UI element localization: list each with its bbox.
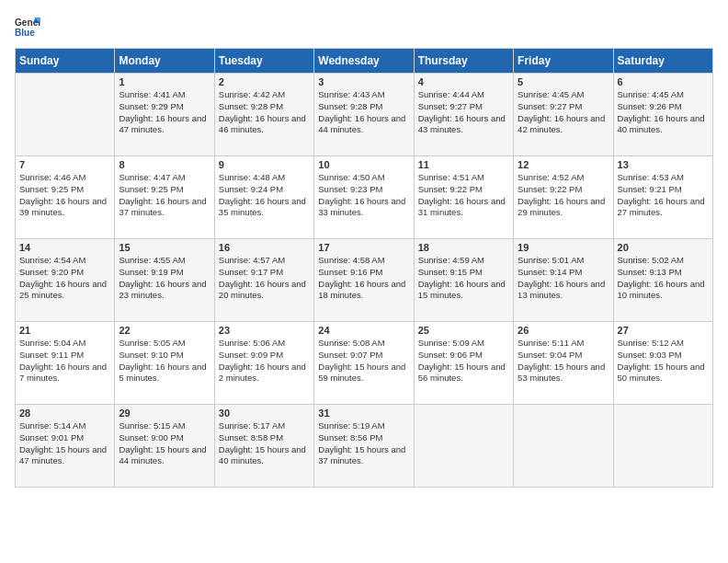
day-info: Sunrise: 4:41 AMSunset: 9:29 PMDaylight:… (119, 89, 210, 136)
day-cell: 3Sunrise: 4:43 AMSunset: 9:28 PMDaylight… (314, 74, 414, 156)
day-number: 10 (318, 159, 409, 170)
day-info: Sunrise: 5:02 AMSunset: 9:13 PMDaylight:… (618, 255, 709, 302)
day-number: 13 (618, 159, 709, 170)
day-number: 19 (518, 242, 609, 253)
day-number: 17 (318, 242, 409, 253)
day-number: 25 (418, 325, 509, 336)
day-number: 2 (219, 76, 310, 87)
day-cell: 13Sunrise: 4:53 AMSunset: 9:21 PMDayligh… (613, 156, 712, 239)
day-cell: 14Sunrise: 4:54 AMSunset: 9:20 PMDayligh… (16, 239, 115, 322)
calendar-table: SundayMondayTuesdayWednesdayThursdayFrid… (15, 48, 713, 488)
day-cell: 18Sunrise: 4:59 AMSunset: 9:15 PMDayligh… (414, 239, 513, 322)
day-info: Sunrise: 5:11 AMSunset: 9:04 PMDaylight:… (518, 338, 609, 385)
day-cell: 8Sunrise: 4:47 AMSunset: 9:25 PMDaylight… (115, 156, 214, 239)
day-number: 7 (19, 159, 110, 170)
day-cell: 11Sunrise: 4:51 AMSunset: 9:22 PMDayligh… (414, 156, 513, 239)
day-cell: 19Sunrise: 5:01 AMSunset: 9:14 PMDayligh… (514, 239, 613, 322)
svg-text:Blue: Blue (15, 28, 35, 38)
day-cell: 25Sunrise: 5:09 AMSunset: 9:06 PMDayligh… (414, 322, 513, 405)
column-header-thursday: Thursday (414, 49, 513, 74)
day-cell: 9Sunrise: 4:48 AMSunset: 9:24 PMDaylight… (214, 156, 313, 239)
day-number: 16 (219, 242, 310, 253)
day-cell: 23Sunrise: 5:06 AMSunset: 9:09 PMDayligh… (214, 322, 313, 405)
day-cell: 24Sunrise: 5:08 AMSunset: 9:07 PMDayligh… (314, 322, 414, 405)
day-info: Sunrise: 4:44 AMSunset: 9:27 PMDaylight:… (418, 89, 509, 136)
logo-icon: General Blue (15, 15, 40, 40)
day-info: Sunrise: 4:52 AMSunset: 9:22 PMDaylight:… (518, 172, 609, 219)
day-info: Sunrise: 5:06 AMSunset: 9:09 PMDaylight:… (219, 338, 310, 385)
day-number: 21 (19, 325, 110, 336)
day-number: 4 (418, 76, 509, 87)
day-cell: 1Sunrise: 4:41 AMSunset: 9:29 PMDaylight… (115, 74, 214, 156)
day-info: Sunrise: 4:43 AMSunset: 9:28 PMDaylight:… (318, 89, 409, 136)
day-cell: 6Sunrise: 4:45 AMSunset: 9:26 PMDaylight… (613, 74, 712, 156)
day-cell: 7Sunrise: 4:46 AMSunset: 9:25 PMDaylight… (16, 156, 115, 239)
column-header-tuesday: Tuesday (214, 49, 313, 74)
day-number: 8 (119, 159, 210, 170)
day-cell (16, 74, 115, 156)
day-number: 1 (119, 76, 210, 87)
day-info: Sunrise: 5:04 AMSunset: 9:11 PMDaylight:… (19, 338, 110, 385)
week-row-2: 7Sunrise: 4:46 AMSunset: 9:25 PMDaylight… (16, 156, 713, 239)
day-number: 29 (119, 408, 210, 419)
day-number: 31 (318, 408, 409, 419)
day-info: Sunrise: 4:50 AMSunset: 9:23 PMDaylight:… (318, 172, 409, 219)
day-cell: 30Sunrise: 5:17 AMSunset: 8:58 PMDayligh… (214, 405, 313, 488)
day-info: Sunrise: 5:19 AMSunset: 8:56 PMDaylight:… (318, 420, 409, 467)
day-info: Sunrise: 5:17 AMSunset: 8:58 PMDaylight:… (219, 420, 310, 467)
day-info: Sunrise: 5:14 AMSunset: 9:01 PMDaylight:… (19, 420, 110, 467)
day-cell: 10Sunrise: 4:50 AMSunset: 9:23 PMDayligh… (314, 156, 414, 239)
logo: General Blue (15, 15, 40, 40)
day-cell: 27Sunrise: 5:12 AMSunset: 9:03 PMDayligh… (613, 322, 712, 405)
day-number: 9 (219, 159, 310, 170)
day-cell (514, 405, 613, 488)
day-info: Sunrise: 4:51 AMSunset: 9:22 PMDaylight:… (418, 172, 509, 219)
column-header-wednesday: Wednesday (314, 49, 414, 74)
day-number: 11 (418, 159, 509, 170)
day-cell: 20Sunrise: 5:02 AMSunset: 9:13 PMDayligh… (613, 239, 712, 322)
day-number: 30 (219, 408, 310, 419)
day-info: Sunrise: 4:48 AMSunset: 9:24 PMDaylight:… (219, 172, 310, 219)
day-info: Sunrise: 4:59 AMSunset: 9:15 PMDaylight:… (418, 255, 509, 302)
column-header-saturday: Saturday (613, 49, 712, 74)
day-cell: 15Sunrise: 4:55 AMSunset: 9:19 PMDayligh… (115, 239, 214, 322)
day-number: 26 (518, 325, 609, 336)
day-cell: 12Sunrise: 4:52 AMSunset: 9:22 PMDayligh… (514, 156, 613, 239)
day-info: Sunrise: 5:15 AMSunset: 9:00 PMDaylight:… (119, 420, 210, 467)
header-row: SundayMondayTuesdayWednesdayThursdayFrid… (16, 49, 713, 74)
day-number: 24 (318, 325, 409, 336)
day-cell: 29Sunrise: 5:15 AMSunset: 9:00 PMDayligh… (115, 405, 214, 488)
day-info: Sunrise: 5:05 AMSunset: 9:10 PMDaylight:… (119, 338, 210, 385)
day-info: Sunrise: 4:46 AMSunset: 9:25 PMDaylight:… (19, 172, 110, 219)
column-header-friday: Friday (514, 49, 613, 74)
day-number: 5 (518, 76, 609, 87)
day-number: 14 (19, 242, 110, 253)
day-number: 22 (119, 325, 210, 336)
day-cell: 26Sunrise: 5:11 AMSunset: 9:04 PMDayligh… (514, 322, 613, 405)
week-row-4: 21Sunrise: 5:04 AMSunset: 9:11 PMDayligh… (16, 322, 713, 405)
header: General Blue (15, 15, 713, 40)
day-info: Sunrise: 4:47 AMSunset: 9:25 PMDaylight:… (119, 172, 210, 219)
day-info: Sunrise: 5:09 AMSunset: 9:06 PMDaylight:… (418, 338, 509, 385)
day-info: Sunrise: 4:45 AMSunset: 9:27 PMDaylight:… (518, 89, 609, 136)
day-cell: 31Sunrise: 5:19 AMSunset: 8:56 PMDayligh… (314, 405, 414, 488)
week-row-3: 14Sunrise: 4:54 AMSunset: 9:20 PMDayligh… (16, 239, 713, 322)
day-number: 23 (219, 325, 310, 336)
day-info: Sunrise: 4:45 AMSunset: 9:26 PMDaylight:… (618, 89, 709, 136)
day-info: Sunrise: 5:01 AMSunset: 9:14 PMDaylight:… (518, 255, 609, 302)
day-number: 27 (618, 325, 709, 336)
day-info: Sunrise: 4:42 AMSunset: 9:28 PMDaylight:… (219, 89, 310, 136)
day-cell: 5Sunrise: 4:45 AMSunset: 9:27 PMDaylight… (514, 74, 613, 156)
column-header-monday: Monday (115, 49, 214, 74)
day-number: 20 (618, 242, 709, 253)
day-info: Sunrise: 5:08 AMSunset: 9:07 PMDaylight:… (318, 338, 409, 385)
day-info: Sunrise: 4:54 AMSunset: 9:20 PMDaylight:… (19, 255, 110, 302)
day-cell: 16Sunrise: 4:57 AMSunset: 9:17 PMDayligh… (214, 239, 313, 322)
day-number: 3 (318, 76, 409, 87)
day-cell: 4Sunrise: 4:44 AMSunset: 9:27 PMDaylight… (414, 74, 513, 156)
day-cell: 22Sunrise: 5:05 AMSunset: 9:10 PMDayligh… (115, 322, 214, 405)
day-info: Sunrise: 4:55 AMSunset: 9:19 PMDaylight:… (119, 255, 210, 302)
day-cell: 2Sunrise: 4:42 AMSunset: 9:28 PMDaylight… (214, 74, 313, 156)
week-row-5: 28Sunrise: 5:14 AMSunset: 9:01 PMDayligh… (16, 405, 713, 488)
day-cell (414, 405, 513, 488)
